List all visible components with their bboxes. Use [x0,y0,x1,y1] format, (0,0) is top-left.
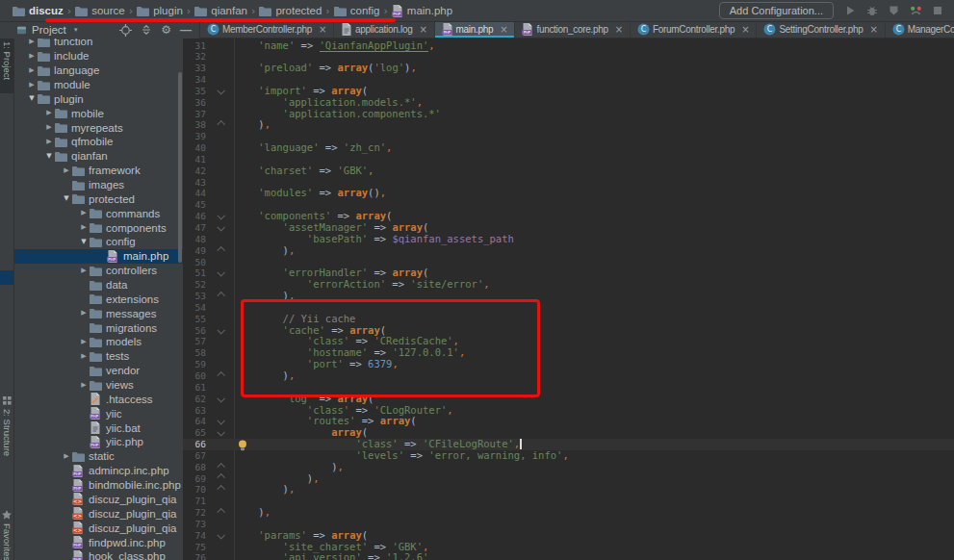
fold-close-icon[interactable] [217,246,224,254]
toolbar-coverage-button[interactable] [889,5,899,16]
breadcrumb-item-qianfan[interactable]: qianfan [194,5,247,16]
tree-item-migrations[interactable]: migrations [13,320,183,335]
breadcrumb-item-config[interactable]: config [334,5,380,16]
line-number[interactable]: 39 [183,131,206,142]
tree-item-.htaccess[interactable]: .htaccess [13,392,183,406]
line-number[interactable]: 32 [183,51,206,63]
fold-close-icon[interactable] [217,485,224,493]
fold-column[interactable] [206,427,234,439]
tree-item-tests[interactable]: ▶tests [13,349,183,364]
tree-item-messages[interactable]: ▶messages [13,306,183,320]
code-line-71[interactable]: 71 [183,496,954,507]
code-line-38[interactable]: 38 ), [183,119,954,131]
tree-item-components[interactable]: ▶components [13,220,183,235]
expanded-arrow-icon[interactable]: ▼ [62,195,71,202]
locate-icon[interactable] [119,24,132,37]
tree-item-yiic[interactable]: PHPyiic [13,406,183,420]
fold-close-icon[interactable] [217,474,224,482]
tree-item-admincp.inc.php[interactable]: PHPadmincp.inc.php [13,464,183,478]
tab-close-icon[interactable]: × [419,24,426,35]
code-line-70[interactable]: 70 ), [183,484,954,496]
tab-close-icon[interactable]: × [500,24,507,35]
line-number[interactable]: 64 [183,416,206,427]
tree-item-views[interactable]: ▶views [13,378,183,393]
fold-open-icon[interactable] [217,268,224,276]
tree-item-bindmobile.inc.php[interactable]: PHPbindmobile.inc.php [13,478,183,493]
tree-item-findpwd.inc.php[interactable]: PHPfindpwd.inc.php [13,535,183,549]
tab-function_core.php[interactable]: PHPfunction_core.php× [515,21,631,38]
tree-item-controllers[interactable]: ▶controllers [13,264,183,278]
project-panel-header[interactable]: Project ▼ ⚙— [0,21,200,38]
line-number[interactable]: 38 [183,119,206,131]
collapsed-arrow-icon[interactable]: ▶ [79,224,89,231]
line-number[interactable]: 34 [183,74,206,86]
code-line-44[interactable]: 44 'modules' => array(), [183,188,954,199]
fold-open-icon[interactable] [217,326,224,334]
tab-ManagerController.php[interactable]: CManagerController.php× [886,21,954,38]
line-number[interactable]: 68 [183,462,206,473]
line-number[interactable]: 74 [183,530,206,542]
fold-column[interactable] [206,86,234,97]
line-number[interactable]: 69 [183,473,206,485]
line-number[interactable]: 70 [183,484,206,496]
collapsed-arrow-icon[interactable]: ▶ [44,110,54,116]
tab-close-icon[interactable]: × [615,24,623,35]
line-number[interactable]: 76 [183,552,206,560]
toolbar-profiler-button[interactable] [910,5,922,16]
collapsed-arrow-icon[interactable]: ▶ [27,38,37,45]
tree-item-discuz_plugin_qia[interactable]: <>discuz_plugin_qia [13,493,183,507]
tree-item-protected[interactable]: ▼protected [13,191,183,206]
code-line-52[interactable]: 52 'errorAction' => 'site/error', [183,279,954,291]
line-number[interactable]: 58 [183,347,206,359]
line-number[interactable]: 48 [183,234,206,245]
line-number[interactable]: 57 [183,336,206,347]
tab-close-icon[interactable]: × [319,24,326,35]
tree-item-module[interactable]: ▶module [13,78,183,92]
tree-item-qfmobile[interactable]: ▶qfmobile [13,135,183,149]
tree-item-extensions[interactable]: extensions [13,292,183,306]
fold-open-icon[interactable] [217,212,224,219]
fold-close-icon[interactable] [217,508,224,516]
fold-open-icon[interactable] [217,87,224,94]
tab-main.php[interactable]: PHPmain.php× [435,21,516,38]
line-number[interactable]: 40 [183,142,206,154]
code-line-31[interactable]: 31 'name' => 'QianfanAppPlugin', [183,40,954,52]
tree-item-static[interactable]: ▶static [13,449,183,464]
tree-item-yiic.bat[interactable]: yiic.bat [13,420,183,435]
line-number[interactable]: 66 [183,439,206,450]
toolbar-stop-button[interactable] [933,6,942,15]
fold-column[interactable] [206,394,234,405]
code-line-40[interactable]: 40 'language' => 'zh_cn', [183,142,954,154]
line-number[interactable]: 75 [183,542,206,553]
line-number[interactable]: 45 [183,199,206,211]
tree-item-language[interactable]: ▶language [13,64,183,78]
tree-item-discuz_plugin_qia[interactable]: <>discuz_plugin_qia [13,521,183,535]
tree-item-framework[interactable]: ▶framework [13,164,183,178]
line-number[interactable]: 60 [183,370,206,382]
fold-column[interactable] [206,325,234,337]
fold-column[interactable] [206,245,234,257]
line-number[interactable]: 59 [183,359,206,370]
tree-scrollbar[interactable] [178,72,182,263]
fold-close-icon[interactable] [217,463,224,471]
fold-open-icon[interactable] [217,223,224,231]
fold-column[interactable] [206,416,234,427]
tree-item-plugin[interactable]: ▼plugin [13,91,183,106]
breadcrumb-item-discuz[interactable]: discuz [13,5,64,16]
fold-column[interactable] [206,507,234,519]
fold-column[interactable] [206,267,234,279]
tree-item-function[interactable]: ▶function [13,38,183,49]
tree-item-main.php[interactable]: PHPmain.php [13,249,183,264]
fold-close-icon[interactable] [217,292,224,299]
fold-column[interactable] [206,530,234,542]
add-configuration-button[interactable]: Add Configuration... [719,2,834,19]
line-number[interactable]: 50 [183,257,206,268]
code-line-37[interactable]: 37 'application.components.*' [183,109,954,120]
code-line-33[interactable]: 33 'preload' => array('log'), [183,63,954,74]
fold-column[interactable] [206,291,234,302]
line-number[interactable]: 37 [183,109,206,120]
fold-column[interactable] [206,370,234,382]
fold-column[interactable] [206,211,234,222]
collapsed-arrow-icon[interactable]: ▶ [62,453,71,460]
collapsed-arrow-icon[interactable]: ▶ [79,310,89,317]
